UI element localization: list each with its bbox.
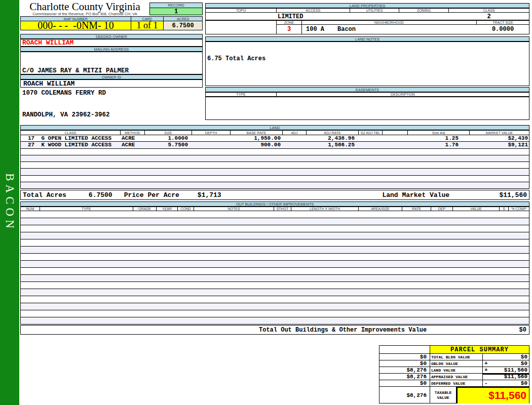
easement-type-header: TYPE bbox=[206, 93, 277, 96]
land-row-size-adj: 1.76 bbox=[408, 142, 470, 148]
empty-row bbox=[21, 239, 529, 247]
acres-label: ACRES bbox=[164, 17, 202, 21]
land-band: LAND bbox=[20, 125, 529, 130]
ob-empty-rows bbox=[21, 211, 529, 325]
ob-col-sthgt: STHGT bbox=[274, 207, 291, 211]
out-buildings-headers: NUM TYPE GRADE YEAR COND NOTES STHGT LEN… bbox=[20, 207, 529, 211]
row-operator: - bbox=[483, 380, 490, 386]
land-empty-rows bbox=[21, 149, 529, 189]
neighborhood-name: Bacon bbox=[337, 26, 356, 33]
empty-row bbox=[21, 149, 529, 155]
row-value: $0 bbox=[490, 354, 529, 360]
parcel-summary: PARCEL SUMMARY $0 TOTAL BLDG VALUE $0 $0… bbox=[379, 345, 529, 403]
out-buildings-band: OUT BUILDINGS / OTHER IMPROVEMENTS bbox=[20, 201, 529, 207]
land-row-sz-adj-tbl bbox=[359, 142, 383, 148]
row-value: $0 bbox=[490, 380, 529, 386]
land-notes-title: LAND NOTES bbox=[355, 37, 379, 42]
land-row-method: ACRE bbox=[121, 135, 145, 141]
summary-row-total-bldg: $0 TOTAL BLDG VALUE $0 bbox=[379, 354, 529, 360]
easements-empty-box bbox=[205, 97, 529, 120]
parcel-summary-header: PARCEL SUMMARY bbox=[379, 346, 529, 354]
record-box: RECORD 1 bbox=[149, 3, 203, 15]
ob-total-value: $0 bbox=[519, 327, 529, 334]
land-properties-values: LIMITED 2 bbox=[205, 13, 529, 20]
land-row-class: 17 G OPEN LIMITED ACCESS bbox=[21, 135, 121, 141]
land-col-size-adj: Size Adj bbox=[408, 131, 470, 135]
owner-id-band: OWNER ID bbox=[20, 74, 203, 79]
county-subtitle: Commissioner of the Revenue, PO Box 308,… bbox=[20, 12, 149, 16]
land-row-market-value: $9,121 bbox=[470, 142, 529, 148]
owner-id-label: OWNER ID bbox=[102, 75, 121, 79]
address-line-1: C/O JAMES RAY & MITZI PALMER bbox=[22, 67, 202, 75]
tract-size-value: 0.0000 bbox=[477, 26, 529, 33]
summary-row-deferred: $0 DEFERRED VALUE -$0 bbox=[379, 380, 529, 387]
land-row-blank bbox=[383, 135, 408, 141]
neighborhood-label: NEIGHBORHOOD bbox=[302, 21, 477, 24]
out-buildings-total-row: Total Out Buildings & Other Improvements… bbox=[20, 325, 529, 335]
ob-col-cond: COND bbox=[178, 207, 194, 211]
ob-col-year: YEAR bbox=[157, 207, 178, 211]
row-label: LAND VALUE bbox=[430, 367, 483, 373]
land-row-size: 1.0000 bbox=[145, 135, 192, 141]
price-per-acre-label: Price Per Acre bbox=[124, 191, 179, 199]
deeded-owner-value: ROACH WILLIAM bbox=[20, 39, 203, 47]
class-header: CLASS bbox=[449, 9, 529, 12]
map-number-value: 000- - - -0NM- 10 bbox=[21, 21, 131, 30]
ob-col-num: NUM bbox=[21, 207, 40, 211]
easements-band: EASEMENTS bbox=[205, 87, 529, 92]
row-operator: + bbox=[483, 360, 490, 367]
land-row: 17 G OPEN LIMITED ACCESS ACRE 1.0000 1,9… bbox=[21, 135, 529, 142]
deeded-owner-label: DEEDED OWNER bbox=[96, 34, 127, 39]
land-row-size-adj: 1.25 bbox=[408, 135, 470, 141]
topo-header: TOPO bbox=[206, 9, 277, 12]
land-row-method: ACRE bbox=[121, 142, 145, 148]
zone-table: ZONE NEIGHBORHOOD TRACT SIZE 3 100 A Bac… bbox=[276, 20, 529, 34]
row-label: DEFERRED VALUE bbox=[430, 380, 483, 386]
land-row-market-value: $2,439 bbox=[470, 135, 529, 141]
tract-size-label: TRACT SIZE bbox=[477, 21, 529, 24]
empty-row bbox=[21, 254, 529, 261]
access-header: ACCESS bbox=[277, 9, 350, 12]
empty-row bbox=[21, 155, 529, 162]
summary-row-land: $8,276 LAND VALUE +$11,560 bbox=[379, 367, 529, 374]
land-row-base-rate: 1,950.00 bbox=[231, 135, 283, 141]
easements-title: EASEMENTS bbox=[356, 88, 379, 92]
empty-row bbox=[21, 232, 529, 239]
empty-row bbox=[21, 289, 529, 296]
land-row-class: 27 K WOOD LIMITED ACCESS bbox=[21, 142, 121, 148]
ob-col-type: TYPE bbox=[40, 207, 133, 211]
empty-row bbox=[21, 218, 529, 225]
summary-row-taxable: $8,276 TAXABLE VALUE $11,560 bbox=[379, 387, 529, 403]
prior-value: $0 bbox=[379, 360, 430, 367]
row-label: APPRAISED VALUE bbox=[430, 374, 483, 380]
empty-row bbox=[21, 247, 529, 254]
total-acres-value: 6.7500 bbox=[89, 191, 112, 199]
land-title: LAND bbox=[270, 126, 280, 130]
total-acres-label: Total Acres bbox=[23, 191, 66, 199]
empty-row bbox=[21, 225, 529, 232]
empty-row bbox=[21, 162, 529, 169]
ob-col-pct-comp: % COMP bbox=[509, 207, 529, 211]
topo-empty-box bbox=[205, 20, 277, 34]
mailing-address-label: MAILING ADDRESS bbox=[94, 47, 129, 52]
land-row: 27 K WOOD LIMITED ACCESS ACRE 5.7500 900… bbox=[21, 142, 529, 148]
land-row-adj bbox=[283, 142, 307, 148]
land-notes-band: LAND NOTES bbox=[205, 36, 529, 42]
record-label: RECORD bbox=[149, 3, 203, 8]
out-buildings-title: OUT BUILDINGS / OTHER IMPROVEMENTS bbox=[236, 202, 314, 207]
summary-row-appraised: $8,276 APPRAISED VALUE $11,560 bbox=[379, 374, 529, 380]
ob-col-area-size: AREA/SIZE bbox=[359, 207, 402, 211]
map-table: MAP NUMBER CARD ACRES 000- - - -0NM- 10 … bbox=[20, 16, 203, 30]
land-row-size: 5.7500 bbox=[145, 142, 192, 148]
summary-row-obldg: $0 OBLDG VALUE +$0 bbox=[379, 360, 529, 367]
land-row-adj bbox=[283, 135, 307, 141]
access-value: LIMITED bbox=[278, 13, 303, 20]
land-totals-row: Total Acres 6.7500 Price Per Acre $1,713… bbox=[20, 190, 529, 200]
district-sidebar: BACON bbox=[0, 0, 19, 405]
empty-row bbox=[21, 268, 529, 275]
address-line-2: 1070 COLEMANS FERRY RD bbox=[22, 90, 202, 97]
district-name-vertical: BACON bbox=[3, 173, 16, 232]
easements-headers: TYPE DESCRIPTION bbox=[205, 92, 529, 97]
land-row-adj-rate: 2,438.96 bbox=[307, 135, 359, 141]
row-value: $11,560 bbox=[490, 367, 529, 373]
